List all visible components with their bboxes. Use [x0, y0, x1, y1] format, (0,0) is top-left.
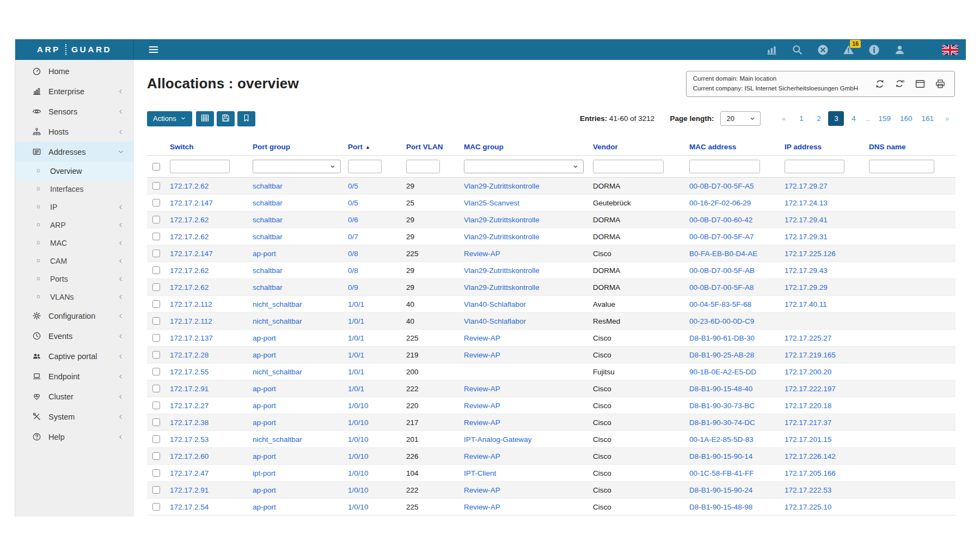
- ip-address-link[interactable]: 172.17.29.43: [785, 266, 828, 275]
- switch-link[interactable]: 172.17.2.28: [170, 351, 209, 359]
- mac-address-link[interactable]: D8-B1-90-15-90-24: [689, 486, 752, 494]
- mac-address-link[interactable]: 00-0B-D7-00-5F-A7: [689, 233, 754, 241]
- ip-address-link[interactable]: 172.17.24.13: [785, 199, 828, 207]
- port-group-link[interactable]: ap-port: [253, 250, 276, 258]
- dismiss-alarms-button[interactable]: [817, 44, 829, 56]
- port-link[interactable]: 1/0/10: [348, 503, 369, 511]
- port-link[interactable]: 0/8: [348, 266, 358, 275]
- row-checkbox[interactable]: [152, 452, 160, 460]
- mac-group-link[interactable]: Vlan25-Scanvest: [464, 199, 519, 207]
- row-checkbox[interactable]: [152, 182, 160, 190]
- port-group-link[interactable]: nicht_schaltbar: [253, 317, 302, 325]
- mac-address-link[interactable]: D8-B1-90-61-DB-30: [689, 334, 755, 342]
- page-161-button[interactable]: 161: [917, 111, 938, 126]
- table-columns-button[interactable]: [196, 111, 214, 126]
- page-2-button[interactable]: 2: [811, 111, 826, 126]
- mac-group-link[interactable]: Vlan29-Zutrittskontrolle: [464, 216, 540, 224]
- ip-address-link[interactable]: 172.17.222.53: [785, 486, 831, 494]
- row-checkbox[interactable]: [152, 418, 160, 426]
- port-link[interactable]: 1/0/10: [348, 486, 369, 494]
- filter-mac-group-select[interactable]: [464, 160, 584, 173]
- switch-link[interactable]: 172.17.2.112: [170, 317, 212, 325]
- port-link[interactable]: 1/0/1: [348, 334, 364, 342]
- column-header-mac-address[interactable]: MAC address▲: [686, 138, 781, 156]
- sidebar-item-ip[interactable]: IP: [15, 198, 134, 216]
- page-ellipsis[interactable]: ..: [863, 111, 873, 126]
- refresh-button[interactable]: [874, 78, 885, 89]
- port-group-link[interactable]: schaltbar: [253, 199, 283, 207]
- row-checkbox[interactable]: [152, 216, 160, 223]
- switch-link[interactable]: 172.17.2.147: [170, 199, 213, 207]
- mac-group-link[interactable]: Review-AP: [464, 402, 500, 410]
- column-header-port[interactable]: Port▲: [345, 138, 403, 156]
- filter-dns-name-input[interactable]: [869, 160, 934, 173]
- sidebar-item-configuration[interactable]: Configuration: [15, 306, 134, 326]
- row-checkbox[interactable]: [152, 199, 160, 207]
- port-link[interactable]: 1/0/1: [348, 351, 364, 359]
- switch-link[interactable]: 172.17.2.62: [170, 266, 209, 275]
- mac-group-link[interactable]: Vlan29-Zutrittskontrolle: [464, 266, 540, 275]
- page-4-button[interactable]: 4: [846, 111, 861, 126]
- filter-port-vlan-input[interactable]: [406, 160, 440, 173]
- sidebar-item-endpoint[interactable]: Endpoint: [15, 366, 134, 386]
- row-checkbox[interactable]: [152, 368, 160, 375]
- sidebar-item-cluster[interactable]: Cluster: [15, 386, 134, 407]
- page-prev-button[interactable]: «: [776, 111, 792, 126]
- alarms-button[interactable]: 16: [843, 44, 855, 56]
- search-button[interactable]: [792, 44, 804, 56]
- port-group-link[interactable]: ipt-port: [253, 469, 275, 477]
- switch-link[interactable]: 172.17.2.91: [170, 486, 209, 494]
- page-160-button[interactable]: 160: [896, 111, 916, 126]
- port-group-link[interactable]: nicht_schaltbar: [253, 368, 302, 376]
- ip-address-link[interactable]: 172.17.29.31: [785, 233, 828, 241]
- sidebar-item-help[interactable]: Help: [15, 427, 134, 447]
- row-checkbox[interactable]: [152, 402, 160, 409]
- sidebar-item-interfaces[interactable]: Interfaces: [15, 180, 134, 198]
- ip-address-link[interactable]: 172.17.40.11: [785, 300, 827, 308]
- sidebar-item-hosts[interactable]: Hosts: [15, 122, 134, 142]
- switch-link[interactable]: 172.17.2.54: [170, 503, 209, 511]
- mac-address-link[interactable]: 00-0B-D7-00-60-42: [689, 216, 752, 224]
- sidebar-item-overview[interactable]: Overview: [15, 162, 134, 180]
- ip-address-link[interactable]: 172.17.226.142: [785, 452, 836, 460]
- port-link[interactable]: 0/6: [348, 216, 358, 224]
- port-link[interactable]: 0/8: [348, 250, 358, 258]
- row-checkbox[interactable]: [152, 435, 160, 443]
- mac-address-link[interactable]: D8-B1-90-15-48-40: [689, 385, 752, 393]
- mac-group-link[interactable]: Review-AP: [464, 385, 500, 393]
- sidebar-item-vlans[interactable]: VLANs: [15, 288, 134, 306]
- mac-address-link[interactable]: 00-16-2F-02-06-29: [689, 199, 751, 207]
- menu-toggle-button[interactable]: [148, 44, 160, 56]
- sidebar-item-enterprise[interactable]: Enterprise: [15, 81, 134, 101]
- sidebar-item-cam[interactable]: CAM: [15, 252, 134, 270]
- ip-address-link[interactable]: 172.17.225.27: [785, 334, 831, 342]
- export-save-button[interactable]: [217, 111, 235, 126]
- sidebar-item-captive-portal[interactable]: Captive portal: [15, 346, 134, 366]
- ip-address-link[interactable]: 172.17.205.166: [785, 469, 836, 477]
- page-next-button[interactable]: »: [939, 111, 955, 126]
- column-header-vendor[interactable]: Vendor▲: [590, 138, 686, 156]
- mac-group-link[interactable]: Review-AP: [464, 503, 500, 511]
- mac-address-link[interactable]: D8-B1-90-15-48-98: [689, 503, 752, 511]
- port-link[interactable]: 1/0/10: [348, 402, 369, 410]
- ip-address-link[interactable]: 172.17.29.27: [785, 182, 828, 190]
- row-checkbox[interactable]: [152, 266, 160, 274]
- ip-address-link[interactable]: 172.17.220.18: [785, 402, 831, 410]
- port-link[interactable]: 1/0/10: [348, 435, 369, 444]
- ip-address-link[interactable]: 172.17.217.37: [785, 418, 831, 427]
- sidebar-item-arp[interactable]: ARP: [15, 216, 134, 234]
- column-header-mac-group[interactable]: MAC group▲: [461, 138, 590, 156]
- app-logo[interactable]: ARP GUARD: [15, 39, 134, 60]
- enterprise-stats-button[interactable]: [766, 44, 778, 56]
- switch-link[interactable]: 172.17.2.38: [170, 418, 209, 427]
- filter-ip-address-input[interactable]: [785, 160, 844, 173]
- sidebar-item-system[interactable]: System: [15, 407, 134, 427]
- port-link[interactable]: 1/0/10: [348, 469, 369, 477]
- filter-vendor-input[interactable]: [593, 160, 664, 173]
- port-link[interactable]: 0/7: [348, 233, 358, 241]
- mac-address-link[interactable]: D8-B1-90-15-90-14: [689, 452, 752, 460]
- page-3-button[interactable]: 3: [828, 111, 844, 126]
- port-group-link[interactable]: ap-port: [253, 418, 276, 427]
- switch-link[interactable]: 172.17.2.62: [170, 182, 209, 190]
- mac-address-link[interactable]: D8-B1-90-30-74-DC: [689, 418, 755, 427]
